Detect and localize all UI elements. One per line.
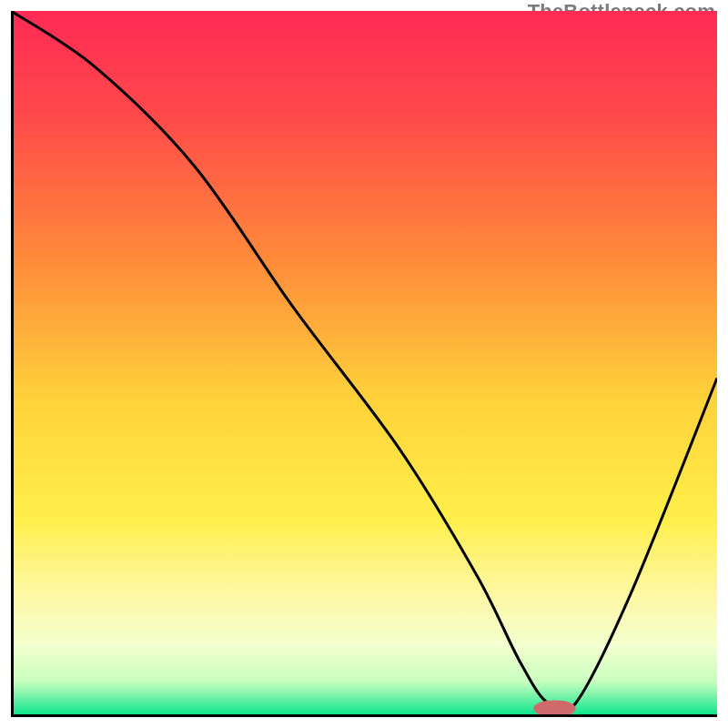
- chart-container: TheBottleneck.com: [0, 0, 728, 728]
- bottleneck-chart: [11, 11, 717, 717]
- gradient-background: [11, 11, 717, 717]
- plot-area: [11, 11, 717, 717]
